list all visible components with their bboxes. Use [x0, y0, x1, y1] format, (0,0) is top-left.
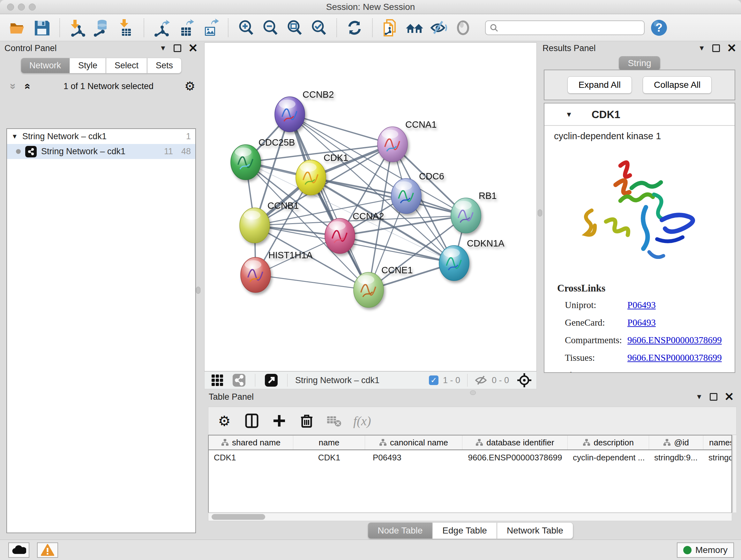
- network-node-HIST1H1A[interactable]: HIST1H1A: [241, 250, 313, 293]
- genecard-link[interactable]: P06493: [627, 317, 656, 328]
- tab-node-table[interactable]: Node Table: [367, 522, 432, 539]
- tab-select[interactable]: Select: [106, 58, 147, 73]
- expand-all-networks-icon[interactable]: »: [20, 80, 32, 92]
- network-options-gear-icon[interactable]: ⚙: [185, 79, 195, 93]
- network-edge[interactable]: [340, 236, 454, 263]
- hidden-eye-icon[interactable]: [475, 375, 487, 386]
- close-window-button[interactable]: [7, 3, 14, 10]
- close-panel-icon[interactable]: ✕: [727, 44, 737, 53]
- collapse-all-button[interactable]: Collapse All: [643, 76, 712, 94]
- string-results-tab[interactable]: String: [619, 56, 660, 70]
- column-header-database-identifier[interactable]: database identifier: [462, 435, 568, 449]
- float-panel-icon[interactable]: [710, 393, 718, 401]
- network-edge[interactable]: [290, 114, 393, 144]
- zoom-in-button[interactable]: [236, 18, 256, 38]
- delete-table-icon[interactable]: [326, 413, 342, 429]
- network-row[interactable]: String Network – cdk1 11 48: [7, 144, 195, 159]
- close-panel-icon[interactable]: ✕: [724, 392, 734, 401]
- table-options-gear-icon[interactable]: ⚙: [216, 413, 232, 429]
- expand-all-button[interactable]: Expand All: [567, 76, 632, 94]
- minimize-window-button[interactable]: [18, 3, 25, 10]
- cell-id[interactable]: stringdb:9...: [649, 450, 703, 465]
- cell-namespace[interactable]: stringdb: [703, 450, 731, 465]
- column-header-name[interactable]: name: [293, 435, 365, 449]
- show-all-button[interactable]: [453, 18, 473, 38]
- column-header-id[interactable]: @id: [649, 435, 703, 449]
- table-row[interactable]: CDK1 CDK1 P06493 9606.ENSP00000378699 cy…: [209, 450, 731, 465]
- float-panel-icon[interactable]: [174, 44, 181, 52]
- uniprot-link[interactable]: P06493: [627, 300, 656, 310]
- add-column-icon[interactable]: [271, 413, 287, 429]
- memory-button[interactable]: Memory: [677, 543, 734, 558]
- collection-expand-icon[interactable]: ▼: [11, 133, 18, 140]
- collapse-panel-icon[interactable]: ▼: [159, 45, 166, 52]
- import-network-button[interactable]: [68, 18, 87, 38]
- table-horizontal-scrollbar[interactable]: [208, 513, 732, 521]
- tab-network[interactable]: Network: [21, 58, 70, 73]
- export-image-button[interactable]: [200, 18, 220, 38]
- network-node-CDKN1A[interactable]: CDKN1A: [439, 238, 504, 281]
- zoom-out-button[interactable]: [260, 18, 280, 38]
- first-neighbors-button[interactable]: [405, 18, 424, 38]
- cell-shared-name[interactable]: CDK1: [209, 450, 293, 465]
- save-session-button[interactable]: [32, 18, 52, 38]
- traffic-lights[interactable]: [7, 3, 36, 10]
- float-panel-icon[interactable]: [712, 44, 720, 52]
- cloud-status-button[interactable]: [8, 543, 29, 558]
- help-button[interactable]: ?: [649, 18, 669, 38]
- compartments-link[interactable]: 9606.ENSP00000378699: [627, 335, 722, 346]
- network-collection-row[interactable]: ▼ String Network – cdk1 1: [7, 129, 195, 144]
- network-node-CCNA1[interactable]: CCNA1: [378, 119, 436, 162]
- search-input[interactable]: [502, 23, 640, 33]
- cell-description[interactable]: cyclin-dependent ...: [568, 450, 649, 465]
- collapse-all-networks-icon[interactable]: »: [7, 80, 20, 92]
- birdseye-crosshair-icon[interactable]: [517, 373, 532, 388]
- delete-column-icon[interactable]: [298, 413, 315, 429]
- close-panel-icon[interactable]: ✕: [188, 44, 198, 53]
- tab-edge-table[interactable]: Edge Table: [432, 522, 497, 539]
- network-node-CCNB1[interactable]: CCNB1: [240, 200, 299, 243]
- duplicate-network-button[interactable]: [381, 18, 400, 38]
- network-node-CDC25B[interactable]: CDC25B: [231, 137, 295, 180]
- tissues-link[interactable]: 9606.ENSP00000378699: [627, 353, 722, 363]
- network-node-CCNB2[interactable]: CCNB2: [275, 89, 334, 132]
- left-splitter-handle[interactable]: [196, 287, 200, 294]
- export-table-button[interactable]: [176, 18, 196, 38]
- open-in-new-window-icon[interactable]: [263, 372, 280, 388]
- open-session-button[interactable]: [8, 18, 27, 38]
- table-vertical-scrollbar[interactable]: [733, 435, 737, 513]
- hide-selected-button[interactable]: [429, 18, 449, 38]
- network-badge-icon[interactable]: [231, 372, 247, 388]
- scrollbar-thumb[interactable]: [212, 514, 265, 520]
- import-database-button[interactable]: [92, 18, 112, 38]
- search-field[interactable]: [485, 20, 645, 35]
- function-builder-icon[interactable]: f(x): [353, 414, 371, 428]
- zoom-selected-button[interactable]: [309, 18, 329, 38]
- network-edge[interactable]: [290, 114, 368, 290]
- column-header-namespace[interactable]: namespace: [703, 435, 731, 449]
- maximize-window-button[interactable]: [29, 3, 36, 10]
- selected-checkbox-icon[interactable]: ✓: [429, 375, 439, 385]
- cell-name[interactable]: CDK1: [293, 450, 365, 465]
- network-edge[interactable]: [256, 275, 368, 290]
- collapse-panel-icon[interactable]: ▼: [696, 393, 703, 400]
- collapse-panel-icon[interactable]: ▼: [698, 45, 705, 52]
- column-header-description[interactable]: description: [568, 435, 649, 449]
- network-node-CCNE1[interactable]: CCNE1: [354, 265, 413, 307]
- column-header-canonical-name[interactable]: canonical name: [365, 435, 462, 449]
- tab-network-table[interactable]: Network Table: [497, 522, 573, 539]
- protein-card-header[interactable]: ▼ CDK1: [544, 104, 735, 126]
- zoom-fit-button[interactable]: [285, 18, 305, 38]
- pharos-link[interactable]: P06493: [627, 370, 656, 373]
- export-network-button[interactable]: [152, 18, 172, 38]
- cell-database-identifier[interactable]: 9606.ENSP00000378699: [462, 450, 568, 465]
- network-canvas[interactable]: CCNB2CCNA1CDC25BCDK1CDC6RB1CCNB1CCNA2CDK…: [204, 43, 537, 371]
- import-table-button[interactable]: [116, 18, 136, 38]
- tab-sets[interactable]: Sets: [147, 58, 182, 73]
- network-node-RB1[interactable]: RB1: [451, 191, 496, 233]
- cell-canonical-name[interactable]: P06493: [365, 450, 462, 465]
- show-columns-icon[interactable]: [244, 413, 260, 429]
- column-header-shared-name[interactable]: shared name: [209, 435, 293, 449]
- warnings-button[interactable]: [37, 543, 58, 558]
- apply-layout-button[interactable]: [345, 18, 364, 38]
